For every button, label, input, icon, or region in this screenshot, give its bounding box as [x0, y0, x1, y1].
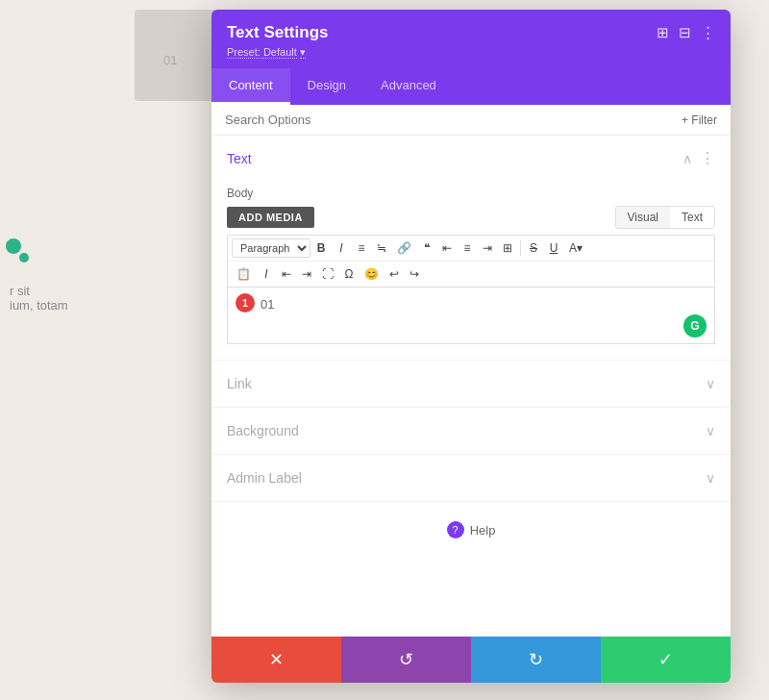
filter-button[interactable]: + Filter [682, 113, 717, 127]
bg-circle2 [19, 253, 29, 262]
bg-number: 01 [163, 53, 177, 67]
cancel-button[interactable]: ✕ [211, 637, 341, 683]
bg-circle1 [6, 238, 21, 254]
align-left-button[interactable]: ⇤ [437, 238, 457, 258]
emoji-button[interactable]: 😊 [360, 264, 384, 284]
text-section-header[interactable]: Text ∧ ⋮ [211, 136, 731, 181]
background-section[interactable]: Background ∨ [211, 408, 731, 455]
tab-content[interactable]: Content [211, 68, 290, 105]
modal-header: Text Settings ⊞ ⊟ ⋮ Preset: Default ▾ [211, 10, 731, 68]
columns-icon[interactable]: ⊟ [679, 24, 691, 41]
modal-body: Text ∧ ⋮ Body ADD MEDIA Visual Text [211, 136, 731, 637]
help-row: ? Help [211, 502, 731, 558]
bold-button[interactable]: B [311, 238, 331, 258]
grammarly-icon: G [683, 314, 707, 338]
paste-text-button[interactable]: 📋 [232, 264, 256, 284]
modal-header-icons: ⊞ ⊟ ⋮ [657, 24, 715, 41]
link-button[interactable]: 🔗 [392, 238, 416, 258]
indent-button[interactable]: ⇥ [297, 264, 316, 284]
section-icons: ∧ ⋮ [682, 149, 715, 167]
ordered-list-button[interactable]: ≒ [372, 238, 391, 258]
blockquote-button[interactable]: ❝ [417, 238, 436, 258]
toolbar-separator [520, 240, 521, 256]
unordered-list-button[interactable]: ≡ [352, 238, 371, 258]
dots-icon[interactable]: ⋮ [700, 149, 715, 167]
italic-button[interactable]: I [332, 238, 351, 258]
editor-toolbar: Paragraph Heading 1 Heading 2 B I ≡ ≒ 🔗 … [227, 235, 715, 287]
bg-text2: ium, totam [10, 298, 68, 312]
modal-preset[interactable]: Preset: Default ▾ [227, 46, 715, 59]
modal: Text Settings ⊞ ⊟ ⋮ Preset: Default ▾ Co… [211, 10, 731, 683]
help-text[interactable]: Help [470, 523, 496, 538]
tab-advanced[interactable]: Advanced [363, 68, 454, 105]
chevron-up-icon: ∧ [682, 151, 692, 166]
focus-icon[interactable]: ⊞ [657, 24, 669, 41]
text-button[interactable]: Text [670, 207, 714, 228]
fullscreen-button[interactable]: ⛶ [317, 264, 338, 284]
help-icon: ? [447, 521, 464, 538]
italic2-button[interactable]: I [257, 264, 276, 284]
editor-content[interactable]: 1 01 G [227, 287, 715, 344]
link-section[interactable]: Link ∨ [211, 361, 731, 408]
redo-footer-button[interactable]: ↻ [471, 637, 601, 683]
align-center-button[interactable]: ≡ [458, 238, 477, 258]
modal-header-top: Text Settings ⊞ ⊟ ⋮ [227, 23, 715, 42]
background-section-title: Background [227, 423, 299, 438]
paragraph-select[interactable]: Paragraph Heading 1 Heading 2 [232, 238, 310, 258]
modal-footer: ✕ ↺ ↻ ✓ [211, 637, 731, 683]
admin-label-chevron-icon: ∨ [706, 470, 715, 486]
underline-button[interactable]: U [544, 238, 563, 258]
align-right-button[interactable]: ⇥ [478, 238, 497, 258]
text-section-title: Text [227, 151, 252, 166]
visual-text-toggle: Visual Text [615, 206, 715, 229]
bg-text1: r sit [10, 284, 30, 298]
link-chevron-icon: ∨ [706, 376, 715, 391]
bg-placeholder [135, 10, 221, 101]
toolbar-row-2: 📋 I ⇤ ⇥ ⛶ Ω 😊 ↩ ↪ [228, 262, 714, 287]
modal-title: Text Settings [227, 23, 328, 42]
background-chevron-icon: ∨ [706, 423, 715, 438]
add-media-button[interactable]: ADD MEDIA [227, 207, 314, 228]
search-input[interactable] [225, 112, 682, 127]
tab-design[interactable]: Design [290, 68, 363, 105]
outdent-button[interactable]: ⇤ [277, 264, 296, 284]
redo-button[interactable]: ↪ [405, 264, 424, 284]
text-color-button[interactable]: A▾ [564, 238, 587, 258]
editor-area: ADD MEDIA Visual Text Paragraph Heading … [211, 206, 731, 360]
editor-badge: 1 [236, 293, 255, 312]
undo-button[interactable]: ↩ [384, 264, 404, 284]
save-button[interactable]: ✓ [601, 637, 731, 683]
admin-label-section-title: Admin Label [227, 470, 302, 486]
text-section: Text ∧ ⋮ Body ADD MEDIA Visual Text [211, 136, 731, 361]
visual-button[interactable]: Visual [616, 207, 670, 228]
special-chars-button[interactable]: Ω [339, 264, 359, 284]
admin-label-section[interactable]: Admin Label ∨ [211, 455, 731, 502]
modal-tabs: Content Design Advanced [211, 68, 731, 105]
search-bar: + Filter [211, 105, 731, 136]
editor-top-row: ADD MEDIA Visual Text [227, 206, 715, 229]
undo-footer-button[interactable]: ↺ [341, 637, 471, 683]
link-section-title: Link [227, 376, 252, 391]
body-label: Body [211, 181, 731, 206]
strikethrough-button[interactable]: S [524, 238, 543, 258]
table-button[interactable]: ⊞ [498, 238, 517, 258]
more-icon[interactable]: ⋮ [701, 24, 715, 41]
toolbar-row-1: Paragraph Heading 1 Heading 2 B I ≡ ≒ 🔗 … [228, 236, 714, 262]
